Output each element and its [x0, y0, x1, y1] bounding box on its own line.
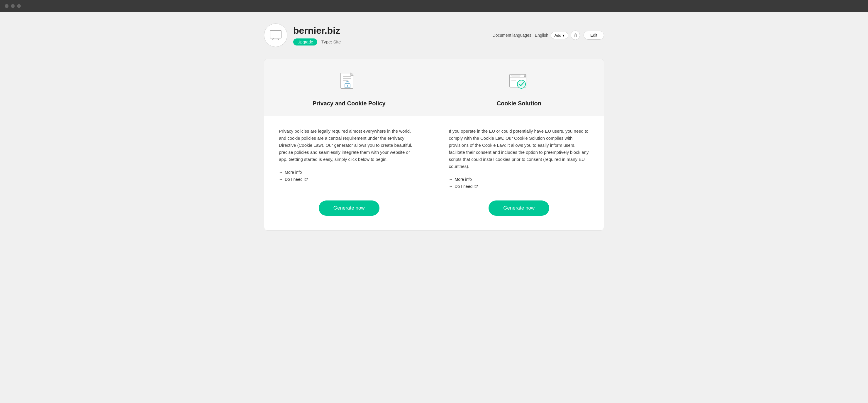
svg-rect-16 — [512, 75, 520, 76]
site-info: bernier.biz Upgrade Type: Site — [293, 25, 493, 46]
privacy-cookie-policy-card: Privacy and Cookie Policy Privacy polici… — [264, 59, 434, 230]
header-right: Document languages: English Add ▾ 🗑 Edit — [493, 31, 604, 40]
arrow-icon-3: → — [449, 177, 453, 182]
cookie-solution-card: Cookie Solution If you operate in the EU… — [434, 59, 604, 230]
delete-language-button[interactable]: 🗑 — [571, 31, 580, 40]
titlebar-dot-yellow — [11, 4, 15, 8]
card1-links: → More info → Do I need it? — [279, 170, 419, 182]
site-type: Type: Site — [321, 39, 341, 44]
arrow-icon-4: → — [449, 184, 453, 189]
upgrade-badge[interactable]: Upgrade — [293, 38, 317, 46]
card2-description: If you operate in the EU or could potent… — [449, 128, 589, 170]
arrow-icon-2: → — [279, 177, 283, 182]
doc-languages: Document languages: English Add ▾ 🗑 — [493, 31, 580, 40]
cards-container: Privacy and Cookie Policy Privacy polici… — [264, 59, 604, 231]
card2-generate-button[interactable]: Generate now — [489, 200, 549, 216]
cookie-solution-icon — [507, 71, 531, 94]
titlebar — [0, 0, 868, 12]
card1-more-info-link[interactable]: → More info — [279, 170, 419, 175]
card2-more-info-link[interactable]: → More info — [449, 177, 589, 182]
site-name: bernier.biz — [293, 25, 493, 36]
card2-do-i-need-link[interactable]: → Do I need it? — [449, 184, 589, 189]
titlebar-dot-green — [17, 4, 21, 8]
card1-title: Privacy and Cookie Policy — [313, 100, 385, 107]
privacy-policy-icon — [337, 71, 361, 94]
edit-button[interactable]: Edit — [584, 31, 604, 39]
card2-body: If you operate in the EU or could potent… — [434, 116, 604, 230]
card1-description: Privacy policies are legally required al… — [279, 128, 419, 163]
trash-icon: 🗑 — [573, 33, 578, 37]
page-content: bernier.biz Upgrade Type: Site Document … — [258, 12, 610, 242]
card2-links: → More info → Do I need it? — [449, 177, 589, 189]
card2-header: Cookie Solution — [434, 59, 604, 116]
svg-point-9 — [347, 85, 348, 86]
doc-languages-label: Document languages: — [493, 33, 532, 37]
arrow-icon: → — [279, 170, 283, 175]
card1-generate-button[interactable]: Generate now — [319, 200, 379, 216]
card1-body: Privacy policies are legally required al… — [264, 116, 434, 230]
site-header: bernier.biz Upgrade Type: Site Document … — [264, 24, 604, 47]
card1-header: Privacy and Cookie Policy — [264, 59, 434, 116]
add-language-button[interactable]: Add ▾ — [551, 32, 568, 39]
titlebar-dot-red — [5, 4, 8, 8]
language-value: English — [535, 33, 548, 37]
card1-do-i-need-link[interactable]: → Do I need it? — [279, 177, 419, 182]
svg-rect-0 — [270, 31, 281, 38]
monitor-icon — [270, 30, 282, 40]
site-meta: Upgrade Type: Site — [293, 38, 493, 46]
site-icon — [264, 24, 287, 47]
card2-title: Cookie Solution — [497, 100, 541, 107]
svg-point-17 — [517, 80, 526, 88]
